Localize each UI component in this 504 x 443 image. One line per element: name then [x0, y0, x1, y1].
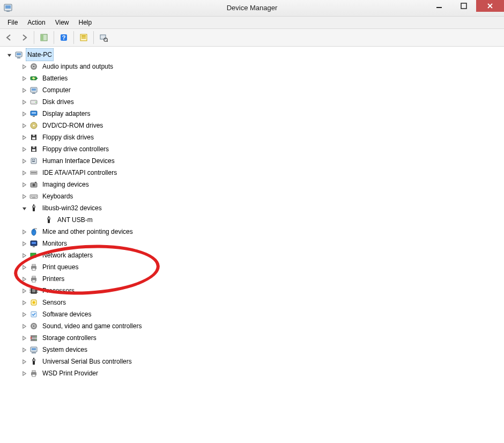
expand-icon[interactable] [20, 263, 28, 271]
collapse-icon[interactable] [20, 204, 28, 212]
display-icon [29, 109, 39, 119]
tree-item-label: Nate-PC [26, 48, 54, 61]
expand-icon[interactable] [20, 110, 28, 117]
tree-item-label: Keyboards [41, 190, 75, 203]
expand-icon[interactable] [20, 75, 28, 82]
tree-device-antusbm[interactable]: ANT USB-m [2, 214, 504, 226]
minimize-button[interactable] [427, 0, 451, 12]
tree-category-batt[interactable]: Batteries [2, 72, 504, 84]
tree-category-floppy[interactable]: Floppy disk drives [2, 131, 504, 143]
tree-root-computer[interactable]: Nate-PC [2, 49, 504, 61]
expand-icon[interactable] [20, 370, 28, 377]
nav-forward-button[interactable] [17, 31, 31, 45]
expand-icon[interactable] [20, 145, 28, 153]
svg-rect-10 [81, 35, 86, 36]
tree-category-hid[interactable]: Human Interface Devices [2, 155, 504, 167]
expand-icon[interactable] [20, 346, 28, 353]
nic-icon [29, 250, 39, 260]
menu-view[interactable]: View [51, 17, 73, 28]
expand-icon[interactable] [20, 86, 28, 94]
expand-icon[interactable] [20, 322, 28, 330]
tree-category-audio[interactable]: Audio inputs and outputs [2, 61, 504, 72]
scan-hardware-button[interactable] [97, 31, 110, 45]
tree-category-keyboard[interactable]: Keyboards [2, 190, 504, 202]
expand-icon[interactable] [20, 275, 28, 283]
expand-icon[interactable] [20, 157, 28, 165]
tree-item-label: Batteries [41, 72, 69, 85]
expand-icon[interactable] [20, 311, 28, 318]
tree-item-label: Software devices [41, 308, 93, 321]
svg-rect-4 [461, 3, 466, 9]
floppy-icon [29, 144, 39, 154]
tree-item-label: Floppy disk drives [41, 131, 95, 144]
tree-category-floppyc[interactable]: Floppy drive controllers [2, 143, 504, 155]
system-icon [29, 345, 39, 355]
battery-icon [29, 73, 39, 83]
tree-item-label: Disk drives [41, 95, 76, 108]
tree-item-label: Storage controllers [41, 331, 98, 344]
camera-icon [29, 180, 39, 189]
tree-category-proc[interactable]: Processors [2, 285, 504, 297]
menu-help[interactable]: Help [75, 17, 97, 28]
titlebar: Device Manager [0, 0, 504, 17]
expand-icon[interactable] [20, 181, 28, 188]
tree-item-label: Sound, video and game controllers [41, 320, 143, 333]
tree-category-net[interactable]: Network adapters [2, 249, 504, 261]
tree-category-dvd[interactable]: DVD/CD-ROM drives [2, 120, 504, 131]
nav-back-button[interactable] [2, 31, 16, 45]
menu-file[interactable]: File [3, 17, 22, 28]
expand-icon[interactable] [20, 122, 28, 129]
expand-icon[interactable] [20, 287, 28, 294]
collapse-icon[interactable] [5, 51, 13, 58]
svg-rect-6 [41, 34, 43, 41]
expand-icon[interactable] [20, 134, 28, 141]
tree-category-display[interactable]: Display adapters [2, 108, 504, 120]
expand-icon[interactable] [20, 63, 28, 70]
tree-item-label: Display adapters [41, 107, 92, 120]
tree-category-ide[interactable]: IDE ATA/ATAPI controllers [2, 167, 504, 179]
tree-category-computer[interactable]: Computer [2, 84, 504, 96]
expand-icon[interactable] [20, 358, 28, 365]
pc-icon [29, 85, 39, 95]
show-hide-tree-button[interactable] [37, 31, 51, 45]
storage-icon [29, 333, 39, 343]
usb-icon [44, 215, 54, 225]
help-button[interactable]: ? [57, 31, 71, 45]
expand-icon[interactable] [20, 169, 28, 176]
tree-category-storctl[interactable]: Storage controllers [2, 332, 504, 344]
tree-category-monitor[interactable]: Monitors [2, 238, 504, 249]
expand-icon[interactable] [20, 240, 28, 247]
tree-category-sensor[interactable]: Sensors [2, 297, 504, 308]
tree-category-imaging[interactable]: Imaging devices [2, 179, 504, 190]
dvd-icon [29, 121, 39, 130]
menu-action[interactable]: Action [23, 17, 49, 28]
tree-item-label: Mice and other pointing devices [41, 225, 135, 238]
expand-icon[interactable] [20, 98, 28, 106]
tree-category-printq[interactable]: Print queues [2, 261, 504, 273]
device-tree-pane[interactable]: Nate-PCAudio inputs and outputsBatteries… [0, 46, 504, 443]
expand-icon[interactable] [20, 299, 28, 306]
tree-category-sw[interactable]: Software devices [2, 308, 504, 320]
tree-category-disk[interactable]: Disk drives [2, 96, 504, 108]
tree-category-wsd[interactable]: WSD Print Provider [2, 367, 504, 379]
close-button[interactable] [476, 0, 504, 12]
expand-icon[interactable] [20, 334, 28, 342]
tree-item-label: WSD Print Provider [41, 367, 100, 380]
tree-item-label: ANT USB-m [56, 213, 94, 226]
expand-icon[interactable] [20, 193, 28, 200]
usb-icon [29, 203, 39, 213]
tree-category-usbctl[interactable]: Universal Serial Bus controllers [2, 356, 504, 367]
tree-category-mice[interactable]: Mice and other pointing devices [2, 226, 504, 238]
expand-icon[interactable] [20, 252, 28, 259]
tree-category-sys[interactable]: System devices [2, 344, 504, 356]
tree-category-sound[interactable]: Sound, video and game controllers [2, 320, 504, 332]
maximize-button[interactable] [451, 0, 476, 12]
usb-icon [29, 357, 39, 366]
svg-rect-12 [81, 38, 86, 39]
tree-category-libusb[interactable]: libusb-win32 devices [2, 202, 504, 214]
tree-category-printer[interactable]: Printers [2, 273, 504, 285]
svg-text:?: ? [62, 34, 66, 41]
expand-icon[interactable] [20, 228, 28, 235]
properties-button[interactable] [77, 31, 91, 45]
toolbar-separator [34, 31, 34, 44]
